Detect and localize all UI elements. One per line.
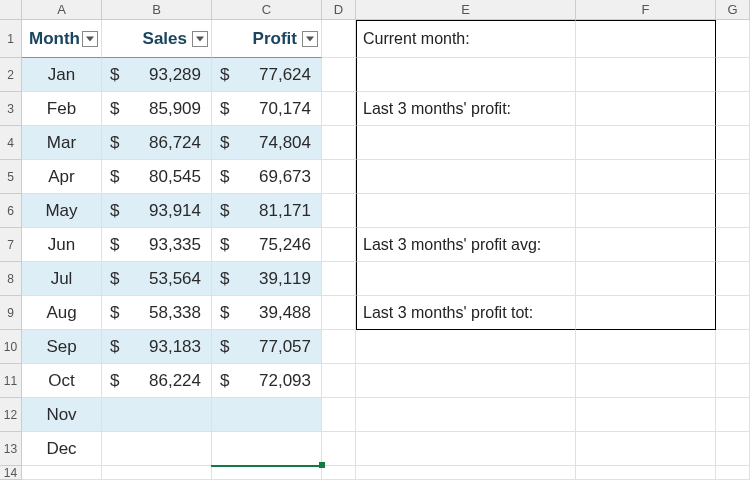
cell-D5[interactable]	[322, 160, 356, 194]
cell-D8[interactable]	[322, 262, 356, 296]
cell-F9[interactable]	[576, 296, 716, 330]
filter-icon[interactable]	[192, 31, 208, 47]
cell-G3[interactable]	[716, 92, 750, 126]
cell-profit[interactable]: $77,057	[212, 330, 322, 364]
filter-icon[interactable]	[82, 31, 98, 47]
cell-A14[interactable]	[22, 466, 102, 480]
row-header-3[interactable]: 3	[0, 92, 22, 126]
cell-F11[interactable]	[576, 364, 716, 398]
cell-profit[interactable]: $74,804	[212, 126, 322, 160]
cell-profit[interactable]: $72,093	[212, 364, 322, 398]
cell-sales[interactable]: $93,183	[102, 330, 212, 364]
cell-profit[interactable]: $75,246	[212, 228, 322, 262]
cell-month[interactable]: Dec	[22, 432, 102, 466]
col-header-A[interactable]: A	[22, 0, 102, 20]
cell-sales[interactable]: $93,289	[102, 58, 212, 92]
cell-F7[interactable]	[576, 228, 716, 262]
cell-E2[interactable]	[356, 58, 576, 92]
cell-D6[interactable]	[322, 194, 356, 228]
cell-F14[interactable]	[576, 466, 716, 480]
col-header-G[interactable]: G	[716, 0, 750, 20]
cell-F3[interactable]	[576, 92, 716, 126]
cell-month[interactable]: Jan	[22, 58, 102, 92]
label-current-month[interactable]: Current month:	[356, 20, 576, 58]
cell-month[interactable]: May	[22, 194, 102, 228]
cell-E10[interactable]	[356, 330, 576, 364]
cell-C14[interactable]	[212, 466, 322, 480]
cell-E13[interactable]	[356, 432, 576, 466]
cell-G13[interactable]	[716, 432, 750, 466]
row-header-13[interactable]: 13	[0, 432, 22, 466]
label-r9[interactable]: Last 3 months' profit tot:	[356, 296, 576, 330]
cell-month[interactable]: Nov	[22, 398, 102, 432]
row-header-12[interactable]: 12	[0, 398, 22, 432]
col-header-C[interactable]: C	[212, 0, 322, 20]
cell-G14[interactable]	[716, 466, 750, 480]
cell-D1[interactable]	[322, 20, 356, 58]
row-header-5[interactable]: 5	[0, 160, 22, 194]
cell-G6[interactable]	[716, 194, 750, 228]
cell-sales[interactable]	[102, 432, 212, 466]
row-header-7[interactable]: 7	[0, 228, 22, 262]
select-all-corner[interactable]	[0, 0, 22, 20]
cell-month[interactable]: Feb	[22, 92, 102, 126]
spreadsheet-grid[interactable]: A B C D E F G 1 Month Sales Profit Curre…	[0, 0, 750, 500]
cell-sales[interactable]	[102, 398, 212, 432]
cell-D11[interactable]	[322, 364, 356, 398]
row-header-10[interactable]: 10	[0, 330, 22, 364]
header-profit[interactable]: Profit	[212, 20, 322, 58]
col-header-E[interactable]: E	[356, 0, 576, 20]
cell-sales[interactable]: $93,335	[102, 228, 212, 262]
row-header-1[interactable]: 1	[0, 20, 22, 58]
cell-month[interactable]: Apr	[22, 160, 102, 194]
cell-profit[interactable]	[212, 432, 322, 466]
cell-F12[interactable]	[576, 398, 716, 432]
cell-G11[interactable]	[716, 364, 750, 398]
cell-sales[interactable]: $93,914	[102, 194, 212, 228]
cell-D3[interactable]	[322, 92, 356, 126]
cell-month[interactable]: Mar	[22, 126, 102, 160]
cell-G8[interactable]	[716, 262, 750, 296]
cell-D10[interactable]	[322, 330, 356, 364]
cell-D4[interactable]	[322, 126, 356, 160]
cell-month[interactable]: Aug	[22, 296, 102, 330]
cell-D13[interactable]	[322, 432, 356, 466]
cell-F8[interactable]	[576, 262, 716, 296]
row-header-6[interactable]: 6	[0, 194, 22, 228]
cell-B14[interactable]	[102, 466, 212, 480]
cell-G5[interactable]	[716, 160, 750, 194]
cell-profit[interactable]: $69,673	[212, 160, 322, 194]
col-header-B[interactable]: B	[102, 0, 212, 20]
cell-E6[interactable]	[356, 194, 576, 228]
cell-G7[interactable]	[716, 228, 750, 262]
cell-D12[interactable]	[322, 398, 356, 432]
cell-profit[interactable]: $39,119	[212, 262, 322, 296]
cell-G12[interactable]	[716, 398, 750, 432]
filter-icon[interactable]	[302, 31, 318, 47]
cell-sales[interactable]: $53,564	[102, 262, 212, 296]
row-header-2[interactable]: 2	[0, 58, 22, 92]
cell-F4[interactable]	[576, 126, 716, 160]
cell-D9[interactable]	[322, 296, 356, 330]
cell-E5[interactable]	[356, 160, 576, 194]
cell-profit[interactable]: $70,174	[212, 92, 322, 126]
cell-G4[interactable]	[716, 126, 750, 160]
cell-F10[interactable]	[576, 330, 716, 364]
cell-month[interactable]: Sep	[22, 330, 102, 364]
cell-E4[interactable]	[356, 126, 576, 160]
cell-profit[interactable]: $81,171	[212, 194, 322, 228]
cell-D2[interactable]	[322, 58, 356, 92]
cell-sales[interactable]: $86,224	[102, 364, 212, 398]
label-r3[interactable]: Last 3 months' profit:	[356, 92, 576, 126]
cell-E12[interactable]	[356, 398, 576, 432]
cell-month[interactable]: Oct	[22, 364, 102, 398]
cell-F1[interactable]	[576, 20, 716, 58]
cell-G9[interactable]	[716, 296, 750, 330]
cell-G2[interactable]	[716, 58, 750, 92]
cell-profit[interactable]: $77,624	[212, 58, 322, 92]
row-header-11[interactable]: 11	[0, 364, 22, 398]
row-header-8[interactable]: 8	[0, 262, 22, 296]
label-r7[interactable]: Last 3 months' profit avg:	[356, 228, 576, 262]
cell-D14[interactable]	[322, 466, 356, 480]
cell-F2[interactable]	[576, 58, 716, 92]
